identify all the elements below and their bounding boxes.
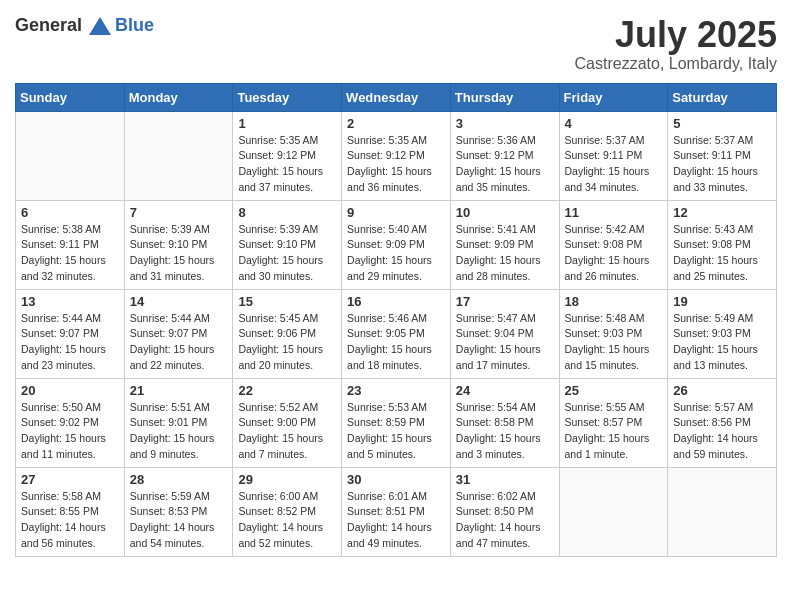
table-cell: 22Sunrise: 5:52 AMSunset: 9:00 PMDayligh… bbox=[233, 378, 342, 467]
sunset-text: Sunset: 9:07 PM bbox=[130, 327, 208, 339]
sunset-text: Sunset: 9:03 PM bbox=[673, 327, 751, 339]
col-sunday: Sunday bbox=[16, 83, 125, 111]
sunset-text: Sunset: 9:08 PM bbox=[673, 238, 751, 250]
table-cell: 30Sunrise: 6:01 AMSunset: 8:51 PMDayligh… bbox=[342, 467, 451, 556]
daylight-text: Daylight: 15 hours and 30 minutes. bbox=[238, 254, 323, 282]
sunrise-text: Sunrise: 5:44 AM bbox=[130, 312, 210, 324]
table-cell bbox=[559, 467, 668, 556]
table-cell: 13Sunrise: 5:44 AMSunset: 9:07 PMDayligh… bbox=[16, 289, 125, 378]
week-row-1: 1Sunrise: 5:35 AMSunset: 9:12 PMDaylight… bbox=[16, 111, 777, 200]
day-info: Sunrise: 5:58 AMSunset: 8:55 PMDaylight:… bbox=[21, 489, 119, 552]
table-cell: 23Sunrise: 5:53 AMSunset: 8:59 PMDayligh… bbox=[342, 378, 451, 467]
table-cell: 31Sunrise: 6:02 AMSunset: 8:50 PMDayligh… bbox=[450, 467, 559, 556]
daylight-text: Daylight: 15 hours and 22 minutes. bbox=[130, 343, 215, 371]
day-number: 26 bbox=[673, 383, 771, 398]
daylight-text: Daylight: 15 hours and 9 minutes. bbox=[130, 432, 215, 460]
logo-icon bbox=[89, 17, 111, 35]
day-number: 5 bbox=[673, 116, 771, 131]
sunrise-text: Sunrise: 5:37 AM bbox=[673, 134, 753, 146]
day-info: Sunrise: 5:50 AMSunset: 9:02 PMDaylight:… bbox=[21, 400, 119, 463]
sunset-text: Sunset: 8:58 PM bbox=[456, 416, 534, 428]
location-title: Castrezzato, Lombardy, Italy bbox=[575, 55, 777, 73]
sunset-text: Sunset: 9:09 PM bbox=[347, 238, 425, 250]
table-cell: 9Sunrise: 5:40 AMSunset: 9:09 PMDaylight… bbox=[342, 200, 451, 289]
table-cell: 24Sunrise: 5:54 AMSunset: 8:58 PMDayligh… bbox=[450, 378, 559, 467]
daylight-text: Daylight: 15 hours and 11 minutes. bbox=[21, 432, 106, 460]
day-number: 15 bbox=[238, 294, 336, 309]
day-info: Sunrise: 5:41 AMSunset: 9:09 PMDaylight:… bbox=[456, 222, 554, 285]
day-number: 22 bbox=[238, 383, 336, 398]
sunset-text: Sunset: 9:05 PM bbox=[347, 327, 425, 339]
col-saturday: Saturday bbox=[668, 83, 777, 111]
sunrise-text: Sunrise: 5:51 AM bbox=[130, 401, 210, 413]
sunrise-text: Sunrise: 6:00 AM bbox=[238, 490, 318, 502]
table-cell: 8Sunrise: 5:39 AMSunset: 9:10 PMDaylight… bbox=[233, 200, 342, 289]
table-cell: 28Sunrise: 5:59 AMSunset: 8:53 PMDayligh… bbox=[124, 467, 233, 556]
sunset-text: Sunset: 8:52 PM bbox=[238, 505, 316, 517]
day-number: 31 bbox=[456, 472, 554, 487]
day-info: Sunrise: 6:01 AMSunset: 8:51 PMDaylight:… bbox=[347, 489, 445, 552]
logo: General Blue bbox=[15, 15, 154, 36]
day-info: Sunrise: 5:37 AMSunset: 9:11 PMDaylight:… bbox=[673, 133, 771, 196]
sunrise-text: Sunrise: 6:02 AM bbox=[456, 490, 536, 502]
daylight-text: Daylight: 15 hours and 23 minutes. bbox=[21, 343, 106, 371]
daylight-text: Daylight: 15 hours and 33 minutes. bbox=[673, 165, 758, 193]
day-number: 2 bbox=[347, 116, 445, 131]
sunset-text: Sunset: 9:06 PM bbox=[238, 327, 316, 339]
table-cell: 21Sunrise: 5:51 AMSunset: 9:01 PMDayligh… bbox=[124, 378, 233, 467]
day-info: Sunrise: 6:00 AMSunset: 8:52 PMDaylight:… bbox=[238, 489, 336, 552]
day-number: 19 bbox=[673, 294, 771, 309]
daylight-text: Daylight: 14 hours and 56 minutes. bbox=[21, 521, 106, 549]
sunrise-text: Sunrise: 5:55 AM bbox=[565, 401, 645, 413]
sunset-text: Sunset: 9:08 PM bbox=[565, 238, 643, 250]
day-info: Sunrise: 5:44 AMSunset: 9:07 PMDaylight:… bbox=[21, 311, 119, 374]
week-row-5: 27Sunrise: 5:58 AMSunset: 8:55 PMDayligh… bbox=[16, 467, 777, 556]
day-number: 29 bbox=[238, 472, 336, 487]
daylight-text: Daylight: 15 hours and 20 minutes. bbox=[238, 343, 323, 371]
table-cell: 3Sunrise: 5:36 AMSunset: 9:12 PMDaylight… bbox=[450, 111, 559, 200]
day-info: Sunrise: 5:54 AMSunset: 8:58 PMDaylight:… bbox=[456, 400, 554, 463]
table-cell: 1Sunrise: 5:35 AMSunset: 9:12 PMDaylight… bbox=[233, 111, 342, 200]
sunrise-text: Sunrise: 5:57 AM bbox=[673, 401, 753, 413]
sunset-text: Sunset: 8:51 PM bbox=[347, 505, 425, 517]
day-number: 17 bbox=[456, 294, 554, 309]
day-number: 24 bbox=[456, 383, 554, 398]
sunset-text: Sunset: 9:00 PM bbox=[238, 416, 316, 428]
day-info: Sunrise: 5:35 AMSunset: 9:12 PMDaylight:… bbox=[347, 133, 445, 196]
day-info: Sunrise: 5:59 AMSunset: 8:53 PMDaylight:… bbox=[130, 489, 228, 552]
table-cell: 25Sunrise: 5:55 AMSunset: 8:57 PMDayligh… bbox=[559, 378, 668, 467]
day-number: 6 bbox=[21, 205, 119, 220]
daylight-text: Daylight: 15 hours and 35 minutes. bbox=[456, 165, 541, 193]
daylight-text: Daylight: 15 hours and 25 minutes. bbox=[673, 254, 758, 282]
sunset-text: Sunset: 8:59 PM bbox=[347, 416, 425, 428]
sunrise-text: Sunrise: 5:49 AM bbox=[673, 312, 753, 324]
table-cell: 10Sunrise: 5:41 AMSunset: 9:09 PMDayligh… bbox=[450, 200, 559, 289]
day-number: 9 bbox=[347, 205, 445, 220]
day-number: 30 bbox=[347, 472, 445, 487]
sunrise-text: Sunrise: 5:35 AM bbox=[347, 134, 427, 146]
table-cell bbox=[124, 111, 233, 200]
sunset-text: Sunset: 9:03 PM bbox=[565, 327, 643, 339]
day-number: 1 bbox=[238, 116, 336, 131]
day-info: Sunrise: 5:38 AMSunset: 9:11 PMDaylight:… bbox=[21, 222, 119, 285]
sunrise-text: Sunrise: 5:47 AM bbox=[456, 312, 536, 324]
day-info: Sunrise: 5:57 AMSunset: 8:56 PMDaylight:… bbox=[673, 400, 771, 463]
day-number: 13 bbox=[21, 294, 119, 309]
sunrise-text: Sunrise: 5:46 AM bbox=[347, 312, 427, 324]
day-info: Sunrise: 5:39 AMSunset: 9:10 PMDaylight:… bbox=[238, 222, 336, 285]
daylight-text: Daylight: 15 hours and 1 minute. bbox=[565, 432, 650, 460]
sunset-text: Sunset: 9:07 PM bbox=[21, 327, 99, 339]
sunrise-text: Sunrise: 5:44 AM bbox=[21, 312, 101, 324]
daylight-text: Daylight: 15 hours and 13 minutes. bbox=[673, 343, 758, 371]
sunset-text: Sunset: 9:01 PM bbox=[130, 416, 208, 428]
sunrise-text: Sunrise: 5:59 AM bbox=[130, 490, 210, 502]
sunrise-text: Sunrise: 5:42 AM bbox=[565, 223, 645, 235]
table-cell: 26Sunrise: 5:57 AMSunset: 8:56 PMDayligh… bbox=[668, 378, 777, 467]
table-cell: 7Sunrise: 5:39 AMSunset: 9:10 PMDaylight… bbox=[124, 200, 233, 289]
day-info: Sunrise: 5:48 AMSunset: 9:03 PMDaylight:… bbox=[565, 311, 663, 374]
day-info: Sunrise: 5:43 AMSunset: 9:08 PMDaylight:… bbox=[673, 222, 771, 285]
table-cell: 4Sunrise: 5:37 AMSunset: 9:11 PMDaylight… bbox=[559, 111, 668, 200]
sunset-text: Sunset: 9:12 PM bbox=[456, 149, 534, 161]
sunrise-text: Sunrise: 6:01 AM bbox=[347, 490, 427, 502]
sunset-text: Sunset: 9:10 PM bbox=[130, 238, 208, 250]
